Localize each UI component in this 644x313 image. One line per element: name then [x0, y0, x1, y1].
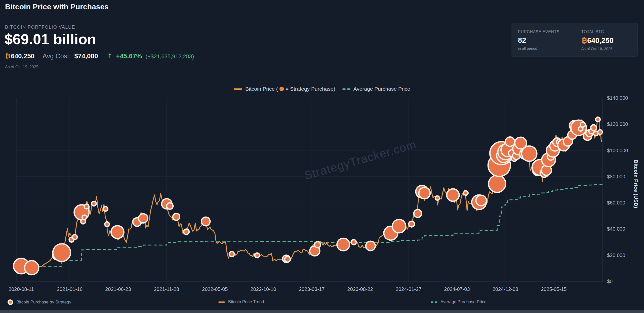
purchase-bubble[interactable]	[82, 215, 87, 220]
purchase-bubble[interactable]	[314, 242, 320, 248]
purchase-bubble[interactable]	[84, 204, 89, 209]
y-axis-tick-label: $60,000	[607, 200, 625, 205]
y-axis-tick-label: $80,000	[607, 174, 625, 179]
legend-bottom-avg-label: Average Purchase Price	[440, 299, 487, 304]
purchase-bubble[interactable]	[285, 256, 290, 262]
purchase-bubble[interactable]	[591, 125, 596, 131]
purchase-bubble[interactable]	[409, 221, 415, 227]
purchase-bubble[interactable]	[505, 137, 515, 146]
purchase-bubble[interactable]	[392, 220, 406, 233]
price-chart-svg[interactable]: $0$20,000$40,000$60,000$80,000$100,000$1…	[0, 0, 644, 313]
x-axis-tick-label: 2023-03-17	[299, 286, 325, 292]
purchase-bubble[interactable]	[414, 210, 422, 217]
purchase-bubble[interactable]	[25, 261, 39, 275]
purchase-bubble[interactable]	[464, 191, 468, 195]
purchase-bubble[interactable]	[419, 187, 430, 199]
x-axis-tick-label: 2020-08-11	[9, 286, 34, 292]
purchase-bubble[interactable]	[111, 226, 124, 238]
purchase-bubble[interactable]	[596, 117, 600, 122]
purchase-bubble[interactable]	[72, 235, 77, 239]
x-axis-tick-label: 2021-06-23	[105, 286, 131, 292]
purchase-bubble[interactable]	[105, 222, 109, 226]
y-axis-tick-label: $0	[607, 279, 613, 284]
y-axis-tick-label: $100,000	[607, 148, 628, 153]
purchase-bubble[interactable]	[351, 240, 356, 245]
purchase-bubble[interactable]	[447, 189, 459, 201]
purchase-bubble[interactable]	[184, 229, 189, 235]
y-axis-title: Bitcoin Price (USD)	[633, 160, 639, 208]
x-axis-tick-label: 2024-07-03	[444, 286, 470, 292]
purchase-bubble-icon	[8, 299, 13, 305]
purchase-bubble[interactable]	[598, 130, 602, 134]
legend-bottom-purchase-label: Bitcoin Purchase by Strategy	[16, 300, 71, 305]
x-axis-tick-label: 2021-01-16	[57, 286, 83, 292]
y-axis-tick-label: $120,000	[607, 121, 628, 127]
purchase-bubble[interactable]	[580, 122, 585, 127]
y-axis-tick-label: $20,000	[607, 252, 625, 258]
footer-scrollbar[interactable]	[0, 310, 644, 313]
y-axis-tick-label: $140,000	[607, 95, 628, 101]
purchase-bubble[interactable]	[173, 214, 180, 221]
purchase-bubble[interactable]	[337, 238, 350, 251]
purchase-bubble[interactable]	[489, 175, 506, 192]
purchase-bubble[interactable]	[53, 244, 70, 262]
avg-dash-icon	[431, 301, 437, 303]
legend-bottom-price-label: Bitcoin Price Trend	[228, 299, 264, 304]
purchase-bubble[interactable]	[255, 253, 260, 258]
legend-bottom-price-trend[interactable]: Bitcoin Price Trend	[218, 299, 264, 304]
purchase-bubble[interactable]	[435, 196, 439, 200]
purchase-bubble[interactable]	[167, 203, 173, 210]
purchase-bubble[interactable]	[201, 217, 210, 226]
purchase-bubble[interactable]	[522, 146, 537, 161]
x-axis-tick-label: 2021-11-28	[154, 286, 179, 292]
x-axis-tick-label: 2022-05-05	[202, 286, 228, 292]
purchase-bubble[interactable]	[103, 206, 108, 211]
purchase-bubble[interactable]	[229, 251, 234, 256]
legend-bottom-average[interactable]: Average Purchase Price	[431, 299, 487, 304]
x-axis-tick-label: 2024-12-08	[493, 286, 518, 292]
legend-bottom-purchase[interactable]: Bitcoin Purchase by Strategy	[8, 299, 71, 305]
price-trend-dash-icon	[218, 301, 225, 303]
purchase-bubble[interactable]	[139, 214, 148, 223]
y-axis-tick-label: $40,000	[607, 226, 625, 232]
purchase-bubble[interactable]	[476, 195, 487, 206]
x-axis-tick-label: 2025-05-15	[541, 286, 567, 292]
x-axis-tick-label: 2024-01-27	[396, 286, 421, 292]
purchase-bubble[interactable]	[92, 201, 96, 206]
purchase-bubble[interactable]	[366, 241, 375, 251]
x-axis-tick-label: 2022-10-10	[251, 286, 276, 292]
x-axis-tick-label: 2023-08-22	[347, 286, 373, 292]
